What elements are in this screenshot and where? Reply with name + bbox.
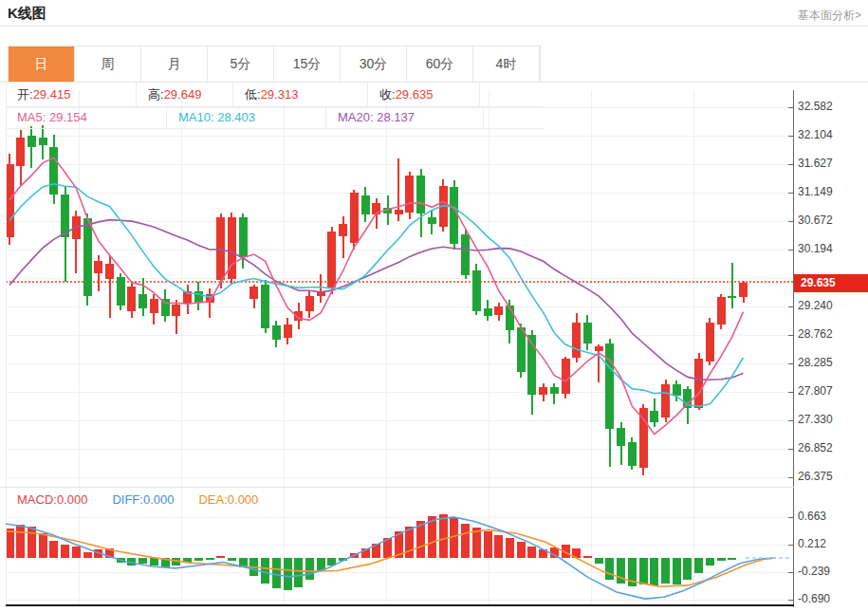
- tick-mark: [788, 164, 793, 165]
- tick-mark: [788, 517, 793, 518]
- ohlc-cell: 低:29.313: [233, 83, 368, 106]
- macd-bar: [161, 558, 170, 567]
- candle: [717, 297, 726, 325]
- tick-mark: [788, 392, 793, 393]
- macd-bar: [494, 535, 503, 558]
- gridline-horizontal: [6, 517, 793, 518]
- candle: [595, 346, 603, 351]
- macd-bar: [395, 531, 403, 558]
- candle: [639, 408, 648, 469]
- macd-bar: [605, 558, 614, 580]
- ohlc-cell: 开:29.415: [6, 83, 137, 106]
- tick-mark: [788, 363, 793, 364]
- macd-bar: [183, 558, 192, 563]
- candle: [661, 384, 670, 417]
- macd-bar: [472, 528, 481, 558]
- y-axis-label: 26.852: [798, 441, 833, 454]
- macd-bar: [16, 525, 25, 558]
- tick-mark: [788, 420, 793, 421]
- macd-bar: [595, 558, 603, 564]
- candle: [194, 291, 203, 304]
- candle: [416, 176, 425, 213]
- gridline-vertical: [693, 90, 694, 605]
- y-axis-label: 29.240: [798, 299, 833, 312]
- candle: [206, 294, 214, 303]
- candle: [172, 305, 180, 317]
- tick-mark: [788, 136, 793, 137]
- macd-bar: [706, 558, 714, 566]
- tick-mark: [788, 306, 793, 307]
- candle: [117, 277, 125, 306]
- y-axis: [793, 90, 794, 607]
- candle: [272, 325, 281, 340]
- gridline-horizontal: [6, 136, 793, 137]
- macd-bar: [428, 516, 436, 558]
- candle: [650, 411, 658, 422]
- candle: [428, 217, 436, 224]
- candle: [395, 210, 403, 214]
- kline-chart: 32.58232.10431.62731.14930.67230.19429.2…: [0, 0, 868, 612]
- candle: [83, 218, 92, 296]
- candle: [127, 287, 136, 311]
- candle: [572, 323, 581, 358]
- candle: [494, 306, 503, 315]
- macd-bar: [539, 549, 547, 558]
- candle: [694, 359, 703, 408]
- macd-bar: [683, 558, 692, 580]
- candle: [39, 138, 47, 145]
- macd-bar: [28, 527, 36, 558]
- gridline-vertical: [386, 90, 387, 605]
- candle: [450, 187, 458, 244]
- candle: [150, 299, 158, 313]
- macd-bar: [127, 558, 136, 566]
- candle: [683, 389, 692, 408]
- tick-mark: [788, 193, 793, 194]
- candle: [239, 217, 248, 257]
- candle-wick: [342, 216, 344, 258]
- candle: [405, 176, 414, 213]
- ma-cell: MA20: 28.137: [326, 106, 484, 128]
- candle: [550, 387, 559, 394]
- last-price-tag: 29.635: [794, 274, 868, 292]
- macd-bar: [83, 552, 92, 558]
- tick-mark: [788, 221, 793, 222]
- candle: [294, 311, 303, 321]
- candle-wick: [320, 274, 322, 303]
- gridline-horizontal: [6, 363, 793, 364]
- macd-bar: [361, 548, 370, 558]
- y-axis-label: 28.285: [798, 356, 833, 369]
- macd-bar: [249, 558, 258, 576]
- candle: [350, 193, 359, 243]
- tick-mark: [788, 572, 793, 573]
- candle: [583, 323, 592, 343]
- macd-bar: [650, 558, 658, 585]
- candle: [739, 283, 748, 297]
- macd-bar: [416, 521, 425, 558]
- candle: [249, 287, 258, 299]
- candle: [706, 323, 714, 362]
- candle: [183, 291, 192, 305]
- macd-bar: [450, 518, 458, 558]
- x-axis: [6, 604, 794, 606]
- gridline-horizontal: [6, 221, 793, 222]
- macd-bar: [383, 538, 392, 558]
- y-axis-label: 27.330: [798, 413, 833, 426]
- macd-bar: [572, 548, 581, 558]
- candle: [562, 359, 570, 393]
- gridline-horizontal: [6, 250, 793, 250]
- tick-mark: [788, 477, 793, 478]
- macd-bar: [39, 533, 47, 558]
- candle-wick: [209, 288, 211, 318]
- macd-bar: [239, 558, 248, 567]
- macd-bar: [305, 558, 314, 580]
- candle: [628, 442, 637, 466]
- macd-legend-item: DIFF:0.000: [112, 492, 174, 507]
- candle: [673, 384, 681, 396]
- candle: [461, 234, 470, 275]
- gridline-vertical: [591, 90, 592, 605]
- macd-bar: [439, 514, 448, 558]
- macd-bar: [105, 548, 114, 558]
- macd-axis-label: 0.663: [798, 510, 826, 523]
- gridline-vertical: [79, 90, 80, 605]
- macd-bar: [206, 558, 214, 560]
